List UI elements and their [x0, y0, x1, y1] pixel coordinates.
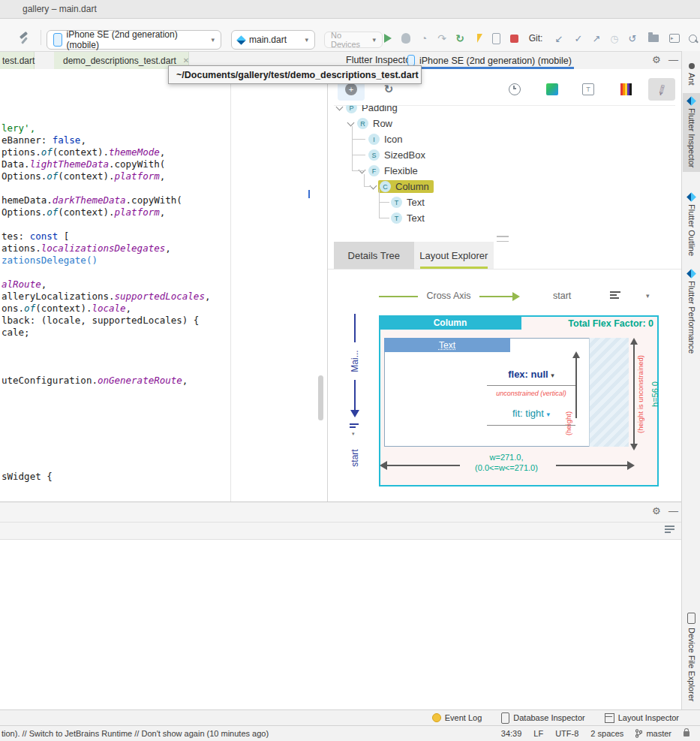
- highlight-oversized-images-button[interactable]: 🖉: [648, 78, 675, 101]
- tree-node-label: SizedBox: [384, 149, 425, 161]
- cross-alignment-dropdown[interactable]: ▾: [646, 292, 650, 300]
- show-baselines-button[interactable]: T: [575, 78, 602, 101]
- profile-button[interactable]: ◔: [417, 32, 431, 45]
- hot-restart-button[interactable]: ↻: [453, 32, 467, 45]
- tab-test-dart[interactable]: test.dart: [0, 52, 35, 69]
- code-editor[interactable]: lery',eBanner: false,ptions.of(context).…: [0, 69, 328, 502]
- editor-scrollbar[interactable]: [318, 375, 323, 420]
- stripe-tab-label: Device File Explorer: [687, 628, 696, 701]
- free-space-shade: [589, 338, 629, 447]
- window-title: gallery – main.dart: [23, 4, 97, 14]
- main-alignment-dropdown[interactable]: ▾: [352, 431, 355, 437]
- find-in-files-icon[interactable]: [647, 32, 660, 45]
- minimize-icon[interactable]: —: [668, 505, 678, 517]
- status-message[interactable]: tion). // Switch to JetBrains Runtime //…: [2, 729, 269, 738]
- cross-axis-arrow: [479, 296, 512, 297]
- branch-icon: [635, 729, 642, 738]
- git-branch[interactable]: master: [635, 729, 671, 738]
- phone-icon: [53, 33, 62, 47]
- stripe-tab-flutter-outline[interactable]: Flutter Outline: [683, 189, 700, 261]
- tree-connector: [364, 186, 371, 187]
- caret-position[interactable]: 34:39: [501, 729, 522, 738]
- stripe-tab-flutter-performance[interactable]: Flutter Performance: [683, 266, 700, 358]
- stripe-tab-label: Flutter Inspector: [687, 108, 696, 167]
- device-mirror-button[interactable]: [489, 32, 503, 45]
- tree-node-sizedbox[interactable]: SSizedBox: [334, 147, 675, 163]
- tree-connector: [352, 126, 353, 171]
- stripe-tab-label: Flutter Outline: [687, 204, 696, 256]
- tree-node-label: Padding: [362, 105, 398, 113]
- run-button[interactable]: [381, 32, 395, 45]
- inspector-detail-tabs: Details Tree Layout Explorer: [334, 242, 494, 269]
- slow-animations-button[interactable]: [501, 78, 528, 101]
- width-constraint-label: (0.0<=w<=271.0): [439, 463, 574, 472]
- inspector-device-tab[interactable]: iPhone SE (2nd generation) (mobile): [407, 52, 572, 69]
- tool-window-stripe: AntFlutter InspectorFlutter OutlineFlutt…: [681, 51, 700, 709]
- caret-stripe-mark: [308, 190, 310, 198]
- git-push-icon[interactable]: ↗: [590, 32, 603, 45]
- file-encoding[interactable]: UTF-8: [555, 729, 578, 738]
- flutter-icon: [686, 269, 696, 279]
- toolbar-separator: [41, 30, 41, 45]
- cross-axis-label: Cross Axis: [419, 291, 478, 301]
- hot-reload-button[interactable]: [471, 32, 485, 45]
- build-hammer-icon[interactable]: [18, 32, 32, 45]
- attach-button[interactable]: ↷: [435, 32, 449, 45]
- stripe-tab-ant[interactable]: Ant: [683, 59, 700, 90]
- tree-node-label: Column: [395, 181, 429, 192]
- tree-node-label: Text: [407, 197, 425, 208]
- gear-icon[interactable]: ⚙: [652, 54, 661, 65]
- soft-wrap-icon[interactable]: [665, 526, 674, 535]
- line-ending[interactable]: LF: [533, 729, 543, 738]
- splitter-handle[interactable]: [497, 236, 509, 242]
- tree-connector: [379, 189, 380, 218]
- search-everywhere-icon[interactable]: [686, 32, 699, 45]
- device-selector-label: iPhone SE (2nd generation) (mobile): [67, 29, 207, 50]
- git-commit-icon[interactable]: ✓: [572, 32, 585, 45]
- lock-icon[interactable]: [683, 731, 689, 736]
- event-log-button[interactable]: Event Log: [432, 713, 482, 722]
- flutter-icon: [236, 35, 246, 45]
- divider: [328, 269, 681, 270]
- stripe-tab-device-file-explorer[interactable]: Device File Explorer: [683, 608, 700, 706]
- stop-button[interactable]: [507, 32, 521, 45]
- main-toolbar: iPhone SE (2nd generation) (mobile) ▾ ma…: [0, 19, 700, 52]
- device-selector[interactable]: iPhone SE (2nd generation) (mobile) ▾: [47, 30, 221, 50]
- terminal-icon[interactable]: ▸: [668, 32, 681, 45]
- tree-connector: [352, 155, 365, 155]
- dropdown-underline: [487, 425, 575, 426]
- stripe-tab-label: Flutter Performance: [687, 281, 696, 354]
- flex-dropdown[interactable]: flex: null ▾: [475, 369, 587, 380]
- debug-button[interactable]: [399, 32, 413, 45]
- database-inspector-button[interactable]: Database Inspector: [501, 712, 584, 724]
- tab-details-tree[interactable]: Details Tree: [334, 242, 414, 269]
- close-icon[interactable]: ✕: [183, 56, 189, 65]
- status-bar: tion). // Switch to JetBrains Runtime //…: [0, 725, 700, 741]
- arrowhead-right: [627, 461, 635, 470]
- show-guidelines-button[interactable]: [539, 78, 566, 101]
- gear-icon[interactable]: ⚙: [652, 505, 661, 517]
- tab-layout-explorer[interactable]: Layout Explorer: [414, 242, 494, 269]
- git-rollback-icon[interactable]: ↺: [626, 32, 639, 45]
- stripe-tab-flutter-inspector[interactable]: Flutter Inspector: [683, 93, 700, 172]
- highlight-repaints-button[interactable]: [612, 78, 639, 101]
- indent-setting[interactable]: 2 spaces: [590, 729, 623, 738]
- right-margin-guide: [230, 69, 231, 502]
- tree-node-row[interactable]: RRow: [334, 116, 675, 131]
- tree-node-flexible[interactable]: FFlexible: [334, 163, 675, 179]
- git-history-icon[interactable]: ◷: [608, 32, 621, 45]
- git-update-icon[interactable]: ↙: [552, 32, 566, 45]
- chevron-down-icon: ▾: [372, 36, 376, 44]
- layout-inspector-button[interactable]: Layout Inspector: [605, 713, 679, 723]
- arrowhead-up: [572, 351, 580, 358]
- minimize-icon[interactable]: —: [668, 54, 678, 65]
- tree-node-padding[interactable]: PPadding: [334, 105, 675, 116]
- run-config-selector[interactable]: main.dart ▾: [231, 30, 315, 50]
- inner-height-label: (height): [563, 405, 572, 442]
- selected-node-highlight: CColumn: [378, 180, 434, 193]
- ide-window: gallery – main.dart iPhone SE (2nd gener…: [0, 0, 700, 741]
- tree-node-column[interactable]: CColumn: [334, 179, 675, 194]
- text-widget-box[interactable]: Text flex: null ▾ unconstrained (vertica…: [384, 338, 629, 447]
- tree-node-icon[interactable]: IIcon: [334, 131, 675, 147]
- no-devices-selector[interactable]: No Devices ▾: [324, 32, 383, 48]
